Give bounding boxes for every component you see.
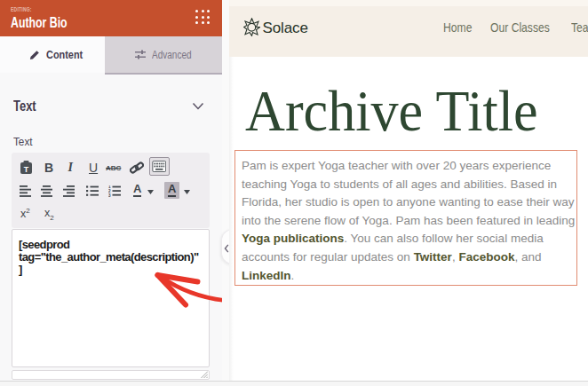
svg-text:3: 3 [108, 193, 111, 197]
svg-text:T: T [24, 165, 29, 174]
